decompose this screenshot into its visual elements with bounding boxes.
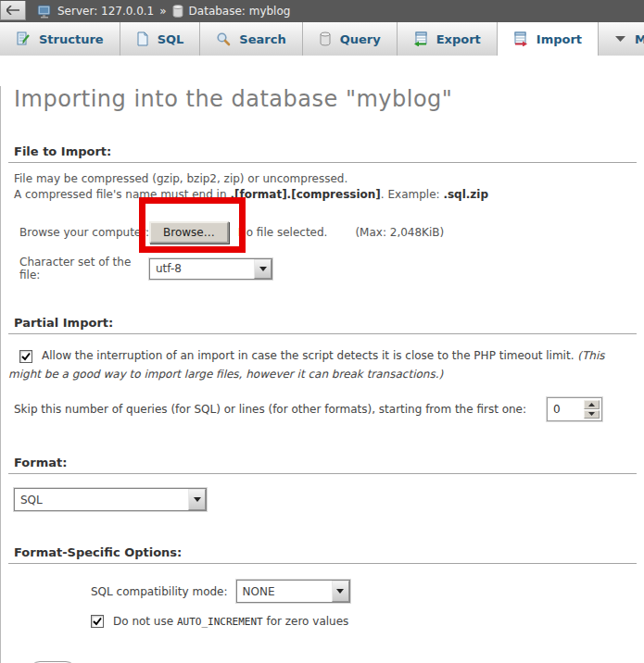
autoinc-text-lead: Do not use [113,615,177,628]
sql-icon [136,31,149,46]
autoinc-text-tail: for zero values [263,615,349,628]
format-selected-value: SQL [15,489,188,510]
tab-search-label: Search [239,32,285,46]
browse-button[interactable]: Browse… [149,221,229,244]
charset-label: Character set of the file: [19,256,149,281]
sql-compatibility-value: NONE [237,581,332,602]
spinner-up-icon [588,403,595,407]
spinner-down-icon [588,412,595,416]
breadcrumb-bar: Server: 127.0.0.1 » Database: myblog [0,0,644,22]
file-to-import-heading: File to Import: [8,144,637,163]
allow-interruption-text: Allow the interruption of an import in c… [42,349,577,362]
spinner-down-button[interactable] [584,410,600,419]
tab-structure-label: Structure [39,32,104,46]
sql-compatibility-row: SQL compatibility mode: NONE [91,580,644,603]
tab-query-label: Query [340,32,381,46]
tab-query[interactable]: Query [303,22,398,56]
dropdown-arrow-icon[interactable] [188,489,206,510]
name-rule-format: .[format].[compression] [230,188,380,201]
chevron-down-icon [614,35,626,43]
allow-interruption-checkbox[interactable] [19,350,32,363]
skip-queries-spinner[interactable]: 0 [547,397,602,421]
max-upload-size: (Max: 2,048KiB) [355,226,444,239]
sql-compatibility-select[interactable]: NONE [236,580,350,603]
checkmark-icon [21,352,31,361]
import-icon [513,31,528,46]
back-arrow-icon [6,6,19,15]
skip-queries-row: Skip this number of queries (for SQL) or… [14,397,644,421]
name-rule-example-label: . Example: [381,188,444,201]
partial-import-heading: Partial Import: [8,316,637,334]
tab-export[interactable]: Export [398,22,498,56]
checkmark-icon [93,617,102,626]
tab-import-label: Import [537,32,582,46]
structure-icon [16,31,31,46]
file-import-description: File may be compressed (gzip, bzip2, zip… [14,171,631,203]
compress-info-line: File may be compressed (gzip, bzip2, zip… [14,172,347,185]
spinner-up-button[interactable] [584,400,600,409]
tab-sql-label: SQL [158,32,184,46]
charset-select[interactable]: utf-8 [149,258,272,280]
server-icon [37,5,52,19]
dropdown-arrow-icon[interactable] [332,581,349,602]
sql-compatibility-label: SQL compatibility mode: [91,585,228,598]
autoincrement-row: Do not use AUTO_INCREMENT for zero value… [91,615,644,628]
breadcrumb-database[interactable]: Database: myblog [189,5,291,18]
tab-more-label: More [635,32,644,46]
breadcrumb-server[interactable]: Server: 127.0.0.1 [57,5,154,18]
allow-interruption-row: Allow the interruption of an import in c… [8,346,635,383]
tab-import[interactable]: Import [497,22,599,56]
tab-more[interactable]: More [599,22,644,56]
format-specific-heading: Format-Specific Options: [8,545,637,564]
no-file-selected-text: No file selected. [238,226,328,239]
main-content: Importing into the database "myblog" Fil… [0,86,644,663]
autoincrement-text: Do not use AUTO_INCREMENT for zero value… [113,615,348,628]
charset-row: Character set of the file: utf-8 [19,256,644,281]
page-title: Importing into the database "myblog" [14,86,644,112]
format-select[interactable]: SQL [14,488,207,511]
charset-selected-value: utf-8 [150,259,254,279]
browse-row: Browse your computer: Browse… No file se… [19,221,644,244]
name-rule-example: .sql.zip [443,188,488,201]
search-icon [216,31,231,46]
export-icon [413,31,428,46]
database-icon [172,5,183,18]
tab-structure[interactable]: Structure [0,22,120,56]
skip-queries-label: Skip this number of queries (for SQL) or… [14,403,526,416]
format-heading: Format: [8,456,637,474]
tab-sql[interactable]: SQL [120,22,201,56]
autoinc-keyword: AUTO_INCREMENT [177,616,263,628]
tab-search[interactable]: Search [200,22,302,56]
name-rule-text: A compressed file's name must end in [14,188,230,201]
browse-label: Browse your computer: [19,226,149,239]
breadcrumb-separator: » [159,5,166,18]
back-button[interactable] [0,1,26,20]
autoincrement-checkbox[interactable] [91,615,104,628]
tab-bar: Structure SQL Search Query [0,22,644,56]
breadcrumb: Server: 127.0.0.1 » Database: myblog [37,5,290,19]
tab-export-label: Export [436,32,481,46]
dropdown-arrow-icon[interactable] [254,259,271,279]
skip-queries-value[interactable]: 0 [549,400,584,419]
query-icon [319,31,332,46]
